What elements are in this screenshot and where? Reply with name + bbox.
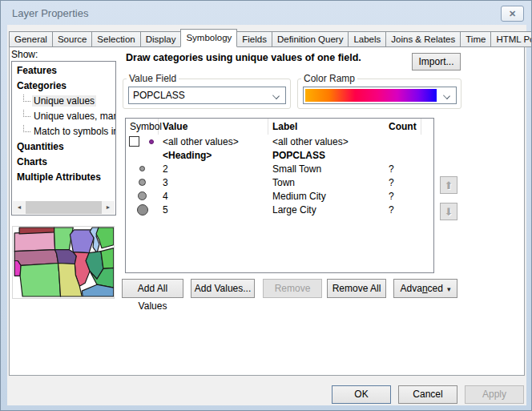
- point-symbol-icon[interactable]: [139, 179, 146, 186]
- count-cell: ?: [385, 204, 421, 216]
- scroll-thumb[interactable]: [26, 201, 102, 214]
- table-row-large-city[interactable]: 5 Large City ?: [126, 203, 433, 216]
- tab-labels[interactable]: Labels: [348, 31, 385, 47]
- table-row-medium-city[interactable]: 4 Medium City ?: [126, 189, 433, 203]
- symbology-map-preview: [12, 226, 115, 299]
- window-title: Layer Properties: [12, 7, 88, 19]
- tree-item-unique-values-many[interactable]: Unique values, many: [12, 109, 115, 124]
- advanced-accelerator: n: [422, 283, 428, 294]
- chevron-down-icon: [443, 92, 450, 99]
- table-row-heading[interactable]: <Heading> POPCLASS: [126, 148, 433, 162]
- value-cell: 5: [159, 204, 268, 216]
- close-icon: ✕: [509, 9, 516, 18]
- list-header-row: Symbol Value Label Count: [126, 119, 433, 135]
- chevron-down-icon: [272, 92, 280, 99]
- add-values-button[interactable]: Add Values...: [191, 279, 255, 298]
- label-cell: Large City: [268, 204, 385, 216]
- up-arrow-icon: ⬆: [445, 179, 453, 191]
- label-cell: Town: [268, 177, 385, 188]
- tree-item-match-symbols[interactable]: Match to symbols in a: [12, 124, 115, 139]
- scroll-left-icon[interactable]: ◄: [13, 201, 26, 214]
- advanced-label: ced: [428, 283, 443, 294]
- all-other-values-checkbox[interactable]: [129, 136, 139, 147]
- value-cell: 4: [159, 191, 268, 202]
- value-field-group: Value Field POPCLASS: [123, 73, 291, 109]
- layer-properties-dialog: Layer Properties ✕ General Source Select…: [0, 0, 532, 411]
- ok-button[interactable]: OK: [332, 385, 391, 404]
- tree-horizontal-scrollbar[interactable]: ◄ ►: [13, 201, 115, 214]
- tab-time[interactable]: Time: [460, 31, 490, 47]
- move-down-button: ⬇: [440, 203, 457, 220]
- advanced-button[interactable]: Advanced▾: [393, 279, 457, 298]
- point-symbol-icon[interactable]: [139, 166, 145, 171]
- header-symbol: Symbol: [126, 119, 159, 135]
- close-button[interactable]: ✕: [501, 6, 524, 22]
- header-value: Value: [159, 119, 268, 135]
- tab-general[interactable]: General: [9, 31, 52, 47]
- count-cell: ?: [385, 177, 421, 188]
- remove-button: Remove: [263, 279, 322, 298]
- tab-fields[interactable]: Fields: [236, 31, 272, 47]
- show-label: Show:: [11, 49, 38, 60]
- map-shape: [19, 228, 54, 234]
- scroll-right-icon[interactable]: ►: [102, 201, 115, 214]
- value-cell: <Heading>: [159, 150, 268, 161]
- tree-item-charts[interactable]: Charts: [12, 155, 115, 170]
- map-shape: [70, 230, 94, 253]
- label-cell: POPCLASS: [268, 150, 385, 161]
- cancel-button[interactable]: Cancel: [398, 385, 457, 404]
- value-field-legend: Value Field: [127, 73, 179, 84]
- table-row-all-other-values[interactable]: <all other values> <all other values>: [126, 135, 433, 148]
- tree-item-categories[interactable]: Categories: [12, 79, 115, 94]
- titlebar[interactable]: Layer Properties ✕: [1, 1, 531, 25]
- map-shape: [20, 263, 60, 296]
- value-field-dropdown[interactable]: POPCLASS: [128, 87, 286, 104]
- move-up-button: ⬆: [440, 176, 457, 194]
- symbol-cell[interactable]: [126, 203, 159, 216]
- show-tree: Features Categories Unique values Unique…: [11, 61, 116, 216]
- value-cell: 3: [159, 177, 268, 188]
- point-symbol-icon[interactable]: [138, 191, 147, 200]
- color-ramp-dropdown[interactable]: [303, 87, 457, 104]
- tree-branch-icon: [23, 110, 30, 117]
- tab-symbology[interactable]: Symbology: [180, 29, 237, 47]
- tab-html-popup[interactable]: HTML Popup: [490, 31, 532, 47]
- tree-branch-icon: [23, 125, 30, 132]
- tab-display[interactable]: Display: [140, 31, 181, 47]
- symbol-cell[interactable]: [126, 189, 159, 203]
- table-row-town[interactable]: 3 Town ?: [126, 175, 433, 189]
- method-description: Draw categories using unique values of o…: [126, 52, 361, 63]
- unique-values-list: Symbol Value Label Count <all other valu…: [125, 118, 434, 273]
- symbol-cell[interactable]: [126, 135, 159, 148]
- map-shape: [101, 248, 114, 269]
- table-row-small-town[interactable]: 2 Small Town ?: [126, 162, 433, 175]
- dropdown-arrow-icon: ▾: [447, 285, 451, 293]
- label-cell: <all other values>: [268, 136, 385, 147]
- tab-joins-relates[interactable]: Joins & Relates: [385, 31, 460, 47]
- import-button[interactable]: Import...: [412, 53, 461, 71]
- color-ramp-gradient: [305, 89, 437, 102]
- header-count: Count: [385, 119, 421, 135]
- tree-item-features[interactable]: Features: [12, 63, 115, 79]
- symbol-cell[interactable]: [126, 175, 159, 189]
- apply-button: Apply: [465, 385, 524, 404]
- tree-item-multiple-attributes[interactable]: Multiple Attributes: [12, 170, 115, 185]
- symbol-cell[interactable]: [126, 162, 159, 175]
- point-symbol-icon[interactable]: [137, 204, 148, 216]
- tab-selection[interactable]: Selection: [91, 31, 139, 47]
- tree-item-quantities[interactable]: Quantities: [12, 139, 115, 155]
- color-ramp-legend: Color Ramp: [301, 73, 357, 84]
- tab-definition-query[interactable]: Definition Query: [272, 31, 348, 47]
- advanced-label: Adva: [401, 283, 422, 294]
- map-shape: [14, 232, 54, 252]
- color-ramp-group: Color Ramp: [297, 73, 461, 109]
- symbol-cell: [126, 148, 159, 162]
- tree-item-unique-values[interactable]: Unique values: [12, 94, 115, 109]
- count-cell: ?: [385, 163, 421, 175]
- value-field-selected: POPCLASS: [133, 90, 185, 101]
- label-cell: Medium City: [268, 191, 385, 202]
- tab-source[interactable]: Source: [52, 31, 91, 47]
- add-all-values-button[interactable]: Add All Values: [122, 279, 183, 298]
- remove-all-button[interactable]: Remove All: [327, 279, 386, 298]
- value-cell: 2: [159, 163, 268, 175]
